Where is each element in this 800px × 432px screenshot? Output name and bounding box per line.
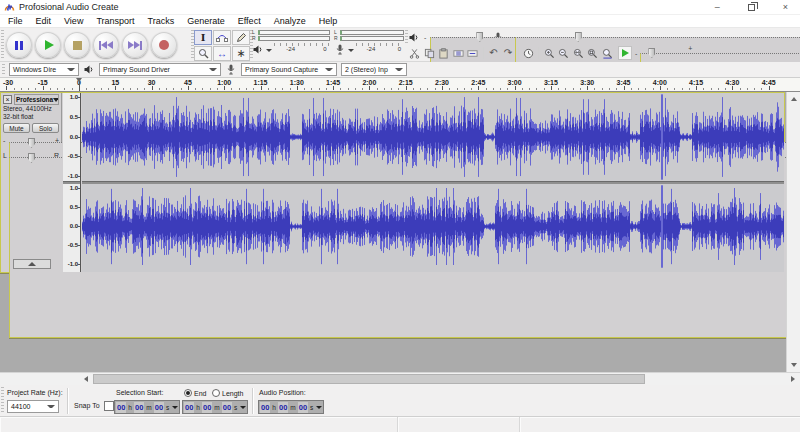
time-digits[interactable]: 00 [222, 402, 232, 413]
restore-icon[interactable] [748, 4, 755, 11]
playhead-marker[interactable] [79, 78, 80, 91]
pan-slider[interactable]: L R [3, 150, 59, 163]
gain-slider[interactable]: - + [3, 135, 59, 148]
undo-button[interactable]: ↶ [487, 46, 501, 60]
record-button[interactable] [151, 32, 177, 58]
time-digits[interactable]: 00 [260, 402, 270, 413]
menu-help[interactable]: Help [319, 16, 338, 26]
ruler-label: 1:30 [290, 79, 304, 86]
play-button[interactable] [35, 32, 61, 58]
scroll-down-button[interactable] [787, 359, 800, 371]
time-digits[interactable]: 00 [202, 402, 212, 413]
zoom-toggle-icon [602, 48, 613, 59]
stop-button[interactable] [64, 32, 90, 58]
menu-effect[interactable]: Effect [238, 16, 261, 26]
vertical-ruler-channel-1[interactable]: 1.00.50.0-0.5-1.0 [63, 93, 80, 181]
toolbar-grip[interactable] [2, 64, 5, 76]
minimize-icon[interactable]: – [715, 3, 720, 12]
audio-position-field[interactable]: 00h00m00s [258, 400, 324, 414]
vertical-ruler-channel-2[interactable]: 1.00.50.0-0.5-1.0 [63, 184, 80, 269]
scroll-up-button[interactable] [787, 93, 800, 105]
recording-meter[interactable]: LR -240 [334, 30, 404, 60]
input-volume-slider[interactable] [515, 31, 585, 43]
vertical-scrollbar[interactable] [786, 92, 800, 372]
output-volume-slider[interactable] [430, 31, 488, 43]
menu-transport[interactable]: Transport [96, 16, 134, 26]
pause-button[interactable] [6, 32, 32, 58]
end-radio[interactable]: End [184, 389, 206, 397]
sync-lock-button[interactable] [522, 46, 536, 60]
cut-button[interactable] [408, 46, 422, 60]
recording-channels-select[interactable]: 2 (Stereo) Inp [341, 63, 407, 76]
project-rate-select[interactable]: 44100 [7, 400, 59, 413]
menu-tracks[interactable]: Tracks [148, 16, 175, 26]
menu-edit[interactable]: Edit [36, 16, 52, 26]
playback-speed-slider[interactable]: + [640, 47, 700, 59]
chevron-down-icon[interactable] [172, 406, 178, 409]
horizontal-scroll-thumb[interactable] [93, 374, 645, 384]
toolbar-grip[interactable] [1, 30, 4, 59]
skip-to-start-button[interactable] [93, 32, 119, 58]
draw-tool-button[interactable] [232, 30, 250, 45]
trim-audio-button[interactable] [452, 46, 466, 60]
vertical-rulers[interactable]: 1.00.50.0-0.5-1.0 1.00.50.0-0.5-1.0 [63, 93, 81, 272]
waveform-channel-2[interactable] [82, 184, 784, 269]
time-digits[interactable]: 00 [134, 402, 144, 413]
end-radio-label: End [194, 390, 206, 397]
multi-tool-button[interactable]: ∗ [232, 46, 250, 61]
timeline-ruler[interactable]: -30-1501530451:001:151:301:452:002:152:3… [0, 78, 800, 92]
horizontal-scrollbar[interactable] [0, 372, 800, 385]
recording-device-select[interactable]: Primary Sound Capture [241, 63, 337, 76]
chevron-down-icon[interactable] [316, 406, 322, 409]
time-digits[interactable]: 00 [184, 402, 194, 413]
solo-button[interactable]: Solo [32, 123, 59, 133]
menu-analyze[interactable]: Analyze [274, 16, 306, 26]
snap-to-checkbox[interactable] [104, 401, 114, 411]
play-at-speed-button[interactable] [618, 46, 632, 60]
mute-button[interactable]: Mute [3, 123, 30, 133]
meter-dropdown-icon[interactable] [266, 49, 272, 52]
time-digits[interactable]: 00 [278, 402, 288, 413]
fit-selection-button[interactable] [571, 46, 585, 60]
time-digits[interactable]: 00 [116, 402, 126, 413]
zoom-in-button[interactable] [542, 46, 556, 60]
zoom-tool-button[interactable] [194, 46, 212, 61]
window-title: Profosional Audio Create [19, 2, 119, 12]
amplitude-label: 1.0 [70, 185, 78, 191]
waveform-channel-1[interactable] [82, 93, 784, 181]
audio-track[interactable]: × Professiona Stereo, 44100Hz 32-bit flo… [0, 92, 785, 273]
toolbar-grip[interactable] [1, 387, 4, 414]
time-digits[interactable]: 00 [298, 402, 308, 413]
scroll-left-button[interactable] [80, 373, 92, 385]
fit-project-button[interactable] [586, 46, 600, 60]
zoom-out-button[interactable] [557, 46, 571, 60]
silence-audio-button[interactable] [466, 46, 480, 60]
envelope-tool-button[interactable] [213, 30, 231, 45]
time-shift-tool-button[interactable]: ↔ [213, 46, 231, 61]
track-close-button[interactable]: × [3, 95, 12, 104]
menu-generate[interactable]: Generate [187, 16, 225, 26]
chevron-down-icon[interactable] [240, 406, 246, 409]
track-collapse-button[interactable] [13, 259, 51, 269]
selection-start-field[interactable]: 00h00m00s [114, 400, 180, 414]
selection-end-field[interactable]: 00h00m00s [182, 400, 248, 414]
playback-meter[interactable]: LR -240 [252, 30, 330, 60]
playback-device-select[interactable]: Primary Sound Driver [99, 63, 221, 76]
close-icon[interactable]: × [783, 3, 788, 12]
menu-view[interactable]: View [64, 16, 83, 26]
length-radio[interactable]: Length [212, 389, 243, 397]
skip-to-end-button[interactable] [122, 32, 148, 58]
menu-file[interactable]: File [8, 16, 23, 26]
track-name-menu[interactable]: Professiona [14, 94, 59, 105]
redo-button[interactable]: ↷ [501, 46, 515, 60]
time-digits[interactable]: 00 [154, 402, 164, 413]
zoom-toggle-button[interactable] [600, 46, 614, 60]
copy-button[interactable] [423, 46, 437, 60]
selection-tool-button[interactable]: I [194, 30, 212, 45]
audio-host-select[interactable]: Windows Dire [9, 63, 79, 76]
track-area[interactable]: × Professiona Stereo, 44100Hz 32-bit flo… [0, 92, 800, 372]
meter-dropdown-icon[interactable] [348, 49, 354, 52]
waveform-display[interactable] [82, 93, 784, 272]
paste-button[interactable] [437, 46, 451, 60]
scroll-right-button[interactable] [787, 373, 799, 385]
